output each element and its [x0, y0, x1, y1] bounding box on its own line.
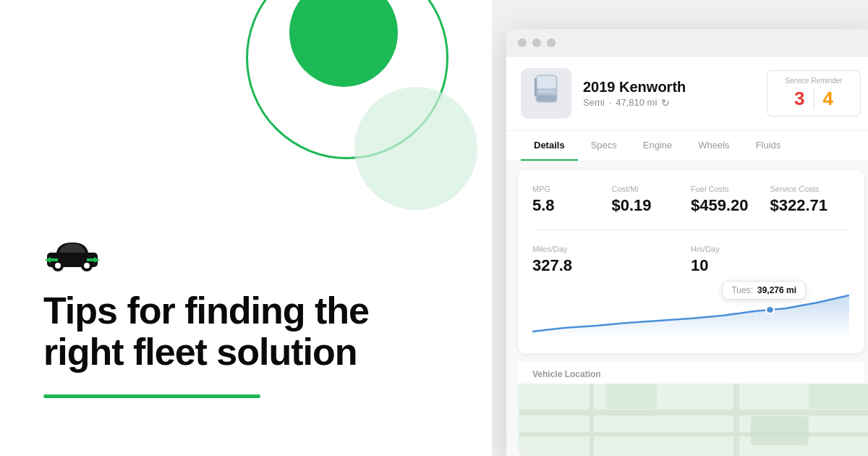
- stat-cost-per-mi: Cost/Mi $0.19: [612, 185, 692, 215]
- right-panel: 2019 Kenworth Semi · 47,810 mi ↻ Service…: [492, 0, 868, 456]
- chart-tooltip: Tues: 39,276 mi: [722, 281, 806, 300]
- stat-miles-day-label: Miles/Day: [532, 245, 691, 253]
- svg-rect-9: [534, 78, 536, 97]
- tabs-bar: Details Specs Engine Wheels Fluids: [506, 131, 868, 161]
- truck-image: [521, 68, 571, 119]
- stat-fuel-costs: Fuel Costs $459.20: [691, 185, 770, 215]
- stats-grid-row1: MPG 5.8 Cost/Mi $0.19 Fuel Costs $459.20…: [532, 185, 849, 230]
- stats-grid-row2: Miles/Day 327.8 Hrs/Day 10: [532, 245, 849, 275]
- service-numbers: 3 4: [778, 88, 850, 110]
- tab-engine[interactable]: Engine: [630, 131, 685, 161]
- app-window: 2019 Kenworth Semi · 47,810 mi ↻ Service…: [506, 29, 868, 456]
- vehicle-name: 2019 Kenworth: [583, 79, 755, 96]
- svg-rect-6: [537, 76, 556, 88]
- stats-panel: MPG 5.8 Cost/Mi $0.19 Fuel Costs $459.20…: [518, 170, 864, 353]
- vehicle-location-label: Vehicle Location: [518, 362, 864, 387]
- stat-mpg-label: MPG: [532, 185, 612, 193]
- service-count-red: 3: [794, 88, 814, 110]
- stat-cost-per-mi-value: $0.19: [612, 196, 692, 215]
- truck-svg: [527, 72, 566, 115]
- stat-mpg-value: 5.8: [532, 196, 612, 215]
- svg-rect-16: [606, 384, 657, 409]
- headline: Tips for finding the right fleet solutio…: [43, 290, 448, 373]
- stat-fuel-costs-label: Fuel Costs: [691, 185, 770, 193]
- svg-rect-8: [538, 90, 553, 93]
- stat-hrs-day: Hrs/Day 10: [691, 245, 849, 275]
- stat-service-costs-label: Service Costs: [770, 185, 850, 193]
- map-grid-svg: [518, 384, 868, 456]
- svg-rect-17: [751, 416, 809, 445]
- stat-hrs-day-label: Hrs/Day: [691, 245, 849, 253]
- map-preview: [518, 384, 868, 456]
- svg-rect-7: [537, 96, 556, 102]
- left-content: Tips for finding the right fleet solutio…: [43, 237, 448, 398]
- stat-fuel-costs-value: $459.20: [691, 196, 770, 215]
- mileage-chart: Tues: 39,276 mi: [532, 281, 849, 339]
- service-reminder-box: Service Reminder 3 4: [767, 70, 861, 117]
- tab-details[interactable]: Details: [521, 131, 578, 161]
- green-underline-decoration: [43, 394, 260, 398]
- vehicle-info: 2019 Kenworth Semi · 47,810 mi ↻: [583, 79, 755, 109]
- vehicle-header: 2019 Kenworth Semi · 47,810 mi ↻ Service…: [506, 56, 868, 131]
- circle-mint-decoration: [354, 87, 477, 210]
- vehicle-subtitle: Semi · 47,810 mi ↻: [583, 97, 755, 109]
- svg-point-2: [55, 263, 61, 269]
- stat-cost-per-mi-label: Cost/Mi: [612, 185, 692, 193]
- service-count-orange: 4: [814, 88, 833, 110]
- stat-miles-day: Miles/Day 327.8: [532, 245, 691, 275]
- svg-point-10: [766, 306, 774, 313]
- window-dot-2: [532, 38, 541, 47]
- tab-wheels[interactable]: Wheels: [685, 131, 742, 161]
- car-icon-wrapper: [43, 237, 448, 276]
- stat-miles-day-value: 327.8: [532, 256, 691, 275]
- window-dot-3: [547, 38, 556, 47]
- tooltip-value: 39,276 mi: [757, 285, 796, 295]
- window-dot-1: [518, 38, 527, 47]
- refresh-icon[interactable]: ↻: [661, 97, 670, 109]
- svg-point-4: [84, 263, 90, 269]
- tab-specs[interactable]: Specs: [578, 131, 630, 161]
- svg-rect-18: [809, 384, 868, 409]
- stat-service-costs: Service Costs $322.71: [770, 185, 850, 215]
- title-bar: [506, 29, 868, 56]
- tab-fluids[interactable]: Fluids: [743, 131, 794, 161]
- stat-mpg: MPG 5.8: [532, 185, 612, 215]
- tooltip-label: Tues:: [731, 285, 753, 295]
- left-panel: Tips for finding the right fleet solutio…: [0, 0, 492, 456]
- service-reminder-label: Service Reminder: [778, 77, 850, 85]
- car-icon: [43, 237, 101, 273]
- stat-service-costs-value: $322.71: [770, 196, 850, 215]
- stat-hrs-day-value: 10: [691, 256, 849, 275]
